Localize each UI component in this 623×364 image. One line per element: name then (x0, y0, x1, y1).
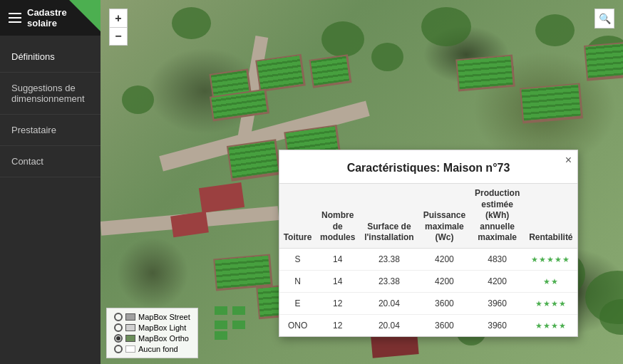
layer-icon-ortho (125, 335, 135, 342)
map-area[interactable]: + − 🔍 MapBox Street MapBox Light MapBox … (101, 0, 623, 364)
sidebar: Cadastre solaire Définitions Suggestions… (0, 0, 101, 364)
cell-toiture: S (279, 248, 316, 270)
modal-table: Toiture Nombredemodules Surface del'inst… (279, 183, 577, 336)
cell-production: 3960 (470, 292, 524, 314)
col-header-surface: Surface del'installation (359, 184, 418, 249)
cell-production: 4200 (470, 270, 524, 292)
cell-stars: ★★ (525, 270, 577, 292)
layer-icon-street (125, 313, 135, 321)
layer-controls: MapBox Street MapBox Light MapBox Ortho … (106, 308, 198, 358)
cell-surface: 20.04 (359, 292, 418, 314)
table-row: S 14 23.38 4200 4830 ★★★★★ (279, 248, 577, 270)
layer-radio-light[interactable] (114, 323, 123, 332)
table-row: ONO 12 20.04 3600 3960 ★★★★ (279, 314, 577, 336)
col-header-modules: Nombredemodules (316, 184, 359, 249)
layer-label-none: Aucun fond (138, 345, 178, 353)
layer-label-ortho: MapBox Ortho (138, 334, 189, 343)
cell-modules: 14 (316, 248, 359, 270)
cell-toiture: N (279, 270, 316, 292)
layer-label-light: MapBox Light (138, 323, 186, 332)
cell-modules: 12 (316, 314, 359, 336)
hamburger-menu-icon[interactable] (9, 13, 21, 23)
layer-item-ortho[interactable]: MapBox Ortho (114, 334, 190, 343)
modal-title: Caractéristiques: Maison n°73 (279, 150, 577, 183)
map-background: + − 🔍 MapBox Street MapBox Light MapBox … (101, 0, 623, 364)
map-zoom-controls: + − (109, 9, 128, 46)
modal-close-button[interactable]: × (565, 155, 572, 166)
layer-radio-street[interactable] (114, 313, 123, 321)
accent-triangle (69, 0, 101, 31)
sidebar-nav: Définitions Suggestions de dimensionneme… (0, 36, 101, 183)
cell-puissance: 4200 (418, 270, 470, 292)
table-row: N 14 23.38 4200 4200 ★★ (279, 270, 577, 292)
cell-toiture: E (279, 292, 316, 314)
col-header-toiture: Toiture (279, 184, 316, 249)
col-header-puissance: Puissancemaximale(Wc) (418, 184, 470, 249)
cell-stars: ★★★★★ (525, 248, 577, 270)
layer-label-street: MapBox Street (138, 313, 190, 321)
col-header-rentabilite: Rentabilité (525, 184, 577, 249)
layer-item-none[interactable]: Aucun fond (114, 345, 190, 353)
layer-radio-none[interactable] (114, 345, 123, 353)
cell-modules: 14 (316, 270, 359, 292)
layer-icon-light (125, 324, 135, 331)
sidebar-item-suggestions[interactable]: Suggestions de dimensionnement (0, 73, 101, 115)
cell-toiture: ONO (279, 314, 316, 336)
search-button[interactable]: 🔍 (594, 9, 614, 28)
cell-stars: ★★★★ (525, 292, 577, 314)
col-header-production: Productionestimée(kWh)annuellemaximale (470, 184, 524, 249)
zoom-in-button[interactable]: + (109, 9, 128, 27)
zoom-out-button[interactable]: − (109, 27, 128, 46)
modal-characteristics: × Caractéristiques: Maison n°73 Toiture … (279, 150, 578, 337)
sidebar-item-definitions[interactable]: Définitions (0, 41, 101, 73)
cell-puissance: 3600 (418, 314, 470, 336)
sidebar-item-prestataire[interactable]: Prestataire (0, 115, 101, 146)
layer-item-street[interactable]: MapBox Street (114, 313, 190, 321)
layer-item-light[interactable]: MapBox Light (114, 323, 190, 332)
cell-production: 3960 (470, 314, 524, 336)
sidebar-header: Cadastre solaire (0, 0, 101, 36)
table-row: E 12 20.04 3600 3960 ★★★★ (279, 292, 577, 314)
cell-surface: 23.38 (359, 248, 418, 270)
search-icon: 🔍 (599, 13, 611, 24)
layer-icon-none (125, 345, 135, 353)
cell-surface: 23.38 (359, 270, 418, 292)
cell-production: 4830 (470, 248, 524, 270)
cell-stars: ★★★★ (525, 314, 577, 336)
sidebar-item-contact[interactable]: Contact (0, 146, 101, 177)
cell-modules: 12 (316, 292, 359, 314)
cell-puissance: 3600 (418, 292, 470, 314)
cell-surface: 20.04 (359, 314, 418, 336)
layer-radio-ortho[interactable] (114, 334, 123, 343)
cell-puissance: 4200 (418, 248, 470, 270)
